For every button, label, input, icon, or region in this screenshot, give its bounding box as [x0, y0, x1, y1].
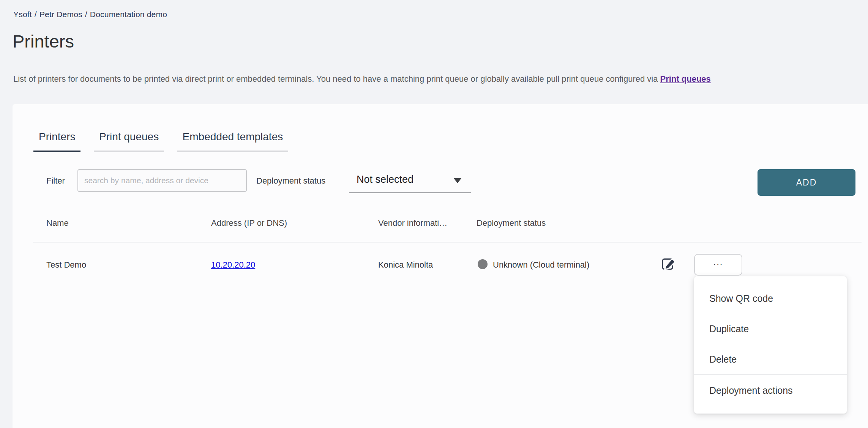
column-header-name: Name [46, 218, 69, 228]
menu-item-delete[interactable]: Delete [694, 344, 847, 374]
tab-bar: Printers Print queues Embedded templates [33, 131, 300, 152]
page-description: List of printers for documents to be pri… [13, 74, 711, 84]
row-actions-menu: Show QR code Duplicate Delete Deployment… [694, 276, 847, 414]
page-description-text: List of printers for documents to be pri… [13, 74, 660, 84]
tab-print-queues[interactable]: Print queues [94, 131, 164, 152]
row-actions-more-button[interactable]: ... [694, 254, 742, 276]
breadcrumb-separator: / [35, 10, 37, 19]
printer-vendor-cell: Konica Minolta [378, 260, 433, 270]
table-header-divider [33, 242, 862, 243]
printer-address-link[interactable]: 10.20.20.20 [211, 260, 255, 270]
breadcrumb: Ysoft/Petr Demos/Documentation demo [13, 10, 167, 19]
deployment-status-selected-value: Not selected [357, 174, 413, 185]
search-input[interactable] [77, 169, 247, 192]
breadcrumb-separator: / [85, 10, 87, 19]
filter-label: Filter [46, 176, 65, 186]
breadcrumb-item-ysoft[interactable]: Ysoft [13, 10, 32, 19]
print-queues-link[interactable]: Print queues [660, 74, 711, 84]
printer-name-cell: Test Demo [46, 260, 86, 270]
chevron-down-icon [454, 178, 461, 183]
add-button[interactable]: ADD [758, 169, 855, 196]
edit-pencil-icon [660, 268, 676, 273]
tab-printers[interactable]: Printers [33, 131, 80, 152]
edit-printer-button[interactable] [659, 255, 677, 273]
page-title: Printers [13, 32, 74, 51]
breadcrumb-item-documentation-demo[interactable]: Documentation demo [90, 10, 167, 19]
menu-item-show-qr-code[interactable]: Show QR code [694, 283, 847, 314]
tab-embedded-templates[interactable]: Embedded templates [177, 131, 289, 152]
deployment-status-select[interactable]: Not selected [349, 168, 471, 193]
breadcrumb-item-petr-demos[interactable]: Petr Demos [39, 10, 82, 19]
menu-item-duplicate[interactable]: Duplicate [694, 314, 847, 344]
printer-status-cell: Unknown (Cloud terminal) [493, 260, 589, 270]
column-header-address: Address (IP or DNS) [211, 218, 287, 228]
deployment-status-label: Deployment status [256, 176, 325, 186]
column-header-deployment-status: Deployment status [477, 218, 546, 228]
column-header-vendor: Vendor informati… [378, 218, 447, 228]
status-dot-icon [478, 259, 488, 269]
menu-item-deployment-actions[interactable]: Deployment actions [694, 375, 847, 406]
